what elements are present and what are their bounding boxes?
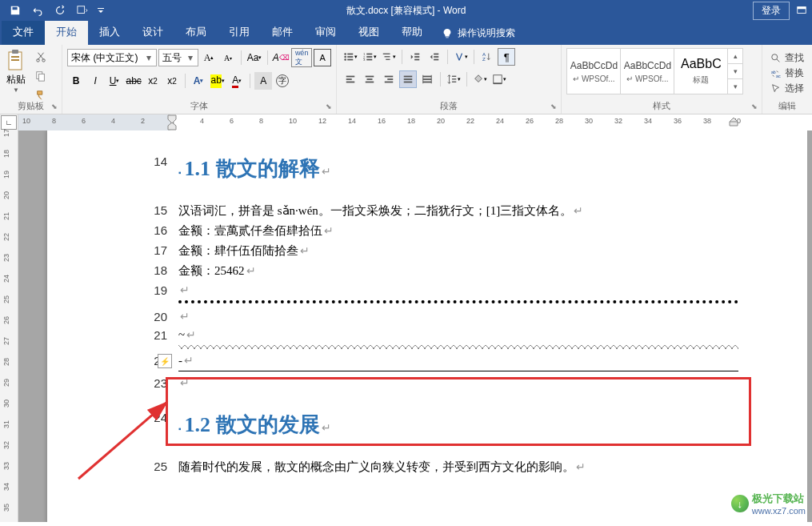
tab-help[interactable]: 帮助 [390, 20, 434, 45]
shading-button[interactable]: ▾ [471, 70, 489, 88]
change-case-button[interactable]: Aa▾ [246, 49, 263, 66]
decrease-indent-button[interactable] [406, 48, 424, 66]
asian-layout-button[interactable]: ▾ [452, 48, 470, 66]
align-center-button[interactable] [361, 70, 378, 88]
character-shading-button[interactable]: A [254, 72, 272, 90]
ribbon-display-options-button[interactable] [796, 5, 807, 16]
style-item-1[interactable]: AaBbCcDd ↵ WPSOf... [620, 48, 674, 94]
document-line[interactable]: 14▪1.1 散文的解释↵ [47, 155, 807, 183]
style-item-0[interactable]: AaBbCcDd ↵ WPSOf... [566, 48, 621, 94]
line-content[interactable]: ⚡-↵ [178, 354, 807, 371]
underline-button[interactable]: U▾ [106, 72, 123, 90]
autocorrect-options-icon[interactable]: ⚡ [158, 354, 172, 368]
align-right-button[interactable] [380, 70, 398, 88]
document-line[interactable]: 25随着时代的发展，散文的概念由广义向狭义转变，并受到西方文化的影响。↵ [47, 460, 807, 475]
justify-button[interactable] [399, 70, 417, 88]
line-content[interactable]: 金额：肆仟伍佰陆拾叁↵ [178, 243, 807, 259]
document-page[interactable]: 14▪1.1 散文的解释↵15汉语词汇，拼音是 sǎn·wén。一指文采焕发；二… [47, 130, 807, 522]
borders-button[interactable]: ▾ [490, 70, 508, 88]
clipboard-launcher[interactable]: ⬊ [50, 102, 59, 111]
replace-button[interactable]: abac替换 [770, 66, 804, 80]
touch-mode-button[interactable] [72, 0, 93, 21]
styles-gallery-more[interactable]: ▴▾▾ [727, 48, 743, 94]
shrink-font-button[interactable]: A▾ [219, 49, 237, 66]
document-line[interactable]: 19↵ [47, 283, 807, 305]
enclose-characters-button[interactable]: 字 [274, 72, 291, 90]
paste-button[interactable]: 粘贴 ▼ [5, 48, 27, 94]
document-line[interactable]: 16金额：壹萬贰仟叁佰肆拾伍↵ [47, 223, 807, 239]
tab-home[interactable]: 开始 [45, 20, 88, 45]
document-line[interactable]: 21~↵ [47, 328, 807, 349]
document-line[interactable]: 15汉语词汇，拼音是 sǎn·wén。一指文采焕发；二指犹行文；[1]三指文体名… [47, 203, 807, 219]
character-border-button[interactable]: A [314, 49, 331, 66]
font-size-combo[interactable]: 五号▾ [158, 49, 198, 66]
style-item-2[interactable]: AaBbC 标题 [674, 48, 728, 94]
line-spacing-button[interactable]: ▾ [445, 70, 462, 88]
show-marks-button[interactable]: ¶ [498, 48, 515, 66]
login-button[interactable]: 登录 [753, 2, 790, 20]
font-launcher[interactable]: ⬊ [324, 102, 334, 111]
tab-layout[interactable]: 布局 [174, 20, 218, 45]
line-content[interactable]: ▪1.2 散文的发展↵ [178, 411, 807, 439]
save-button[interactable] [5, 0, 26, 21]
tab-references[interactable]: 引用 [218, 20, 261, 45]
bullets-button[interactable]: ▾ [342, 48, 359, 66]
horizontal-ruler[interactable]: 1086422468101214161820222426283032343638… [18, 114, 812, 130]
numbering-button[interactable]: 123▾ [361, 48, 378, 66]
line-content[interactable]: 汉语词汇，拼音是 sǎn·wén。一指文采焕发；二指犹行文；[1]三指文体名。↵ [178, 203, 807, 219]
tell-me[interactable]: 操作说明搜索 [434, 22, 523, 45]
page-scroll-area[interactable]: 14▪1.1 散文的解释↵15汉语词汇，拼音是 sǎn·wén。一指文采焕发；二… [18, 130, 812, 522]
phonetic-guide-button[interactable]: wén文 [291, 48, 312, 67]
subscript-button[interactable]: x2 [144, 72, 162, 90]
right-indent-marker[interactable] [729, 114, 738, 130]
document-line[interactable]: 18金额：25462↵ [47, 263, 807, 279]
paragraph-launcher[interactable]: ⬊ [549, 102, 558, 111]
vertical-ruler[interactable]: 17181920212223242526272829303132333435 [0, 130, 18, 522]
superscript-button[interactable]: x2 [163, 72, 181, 90]
line-content[interactable]: ▪1.1 散文的解释↵ [178, 155, 807, 183]
italic-button[interactable]: I [86, 72, 104, 90]
cut-button[interactable] [32, 48, 50, 66]
line-content[interactable]: ↵ [178, 376, 807, 390]
find-button[interactable]: 查找 [770, 51, 804, 65]
grow-font-button[interactable]: A▴ [200, 49, 218, 66]
align-left-button[interactable] [342, 70, 359, 88]
styles-launcher[interactable]: ⬊ [750, 102, 759, 111]
line-content[interactable]: 随着时代的发展，散文的概念由广义向狭义转变，并受到西方文化的影响。↵ [178, 460, 807, 475]
document-line[interactable]: 20↵ [47, 310, 807, 323]
document-line[interactable]: 17金额：肆仟伍佰陆拾叁↵ [47, 243, 807, 259]
document-line[interactable]: 24▪1.2 散文的发展↵ [47, 411, 807, 439]
clear-formatting-button[interactable]: A⌫ [272, 49, 290, 66]
redo-button[interactable] [50, 0, 70, 21]
tab-design[interactable]: 设计 [131, 20, 174, 45]
highlight-button[interactable]: ab▾ [209, 72, 226, 90]
tab-mailings[interactable]: 邮件 [261, 20, 304, 45]
bold-button[interactable]: B [67, 72, 85, 90]
font-family-combo[interactable]: 宋体 (中文正文)▾ [67, 49, 157, 66]
text-effects-button[interactable]: A▾ [190, 72, 207, 90]
undo-button[interactable] [27, 0, 48, 21]
line-content[interactable]: ↵ [178, 310, 807, 323]
font-color-button[interactable]: A▾ [228, 72, 246, 90]
tab-insert[interactable]: 插入 [88, 20, 131, 45]
distribute-button[interactable] [418, 70, 436, 88]
clipboard-icon [6, 49, 26, 73]
line-content[interactable]: ↵ [178, 283, 807, 305]
select-button[interactable]: 选择 [770, 82, 804, 95]
document-line[interactable]: 22⚡-↵ [47, 354, 807, 371]
copy-button[interactable] [32, 67, 50, 85]
sort-button[interactable]: AZ [478, 48, 496, 66]
line-content[interactable]: ~↵ [178, 328, 807, 349]
hanging-indent-marker[interactable] [167, 122, 177, 130]
increase-indent-button[interactable] [426, 48, 443, 66]
strikethrough-button[interactable]: abc [125, 72, 142, 90]
qat-customize-button[interactable] [94, 0, 107, 21]
line-content[interactable]: 金额：25462↵ [178, 263, 807, 279]
tab-review[interactable]: 审阅 [304, 20, 347, 45]
document-line[interactable]: 23↵ [47, 376, 807, 390]
tab-view[interactable]: 视图 [347, 20, 390, 45]
line-content[interactable]: 金额：壹萬贰仟叁佰肆拾伍↵ [178, 223, 807, 239]
tab-file[interactable]: 文件 [2, 20, 45, 45]
multilevel-list-button[interactable]: ▾ [380, 48, 398, 66]
watermark: ↓ 极光下载站 www.xz7.com [731, 492, 806, 516]
